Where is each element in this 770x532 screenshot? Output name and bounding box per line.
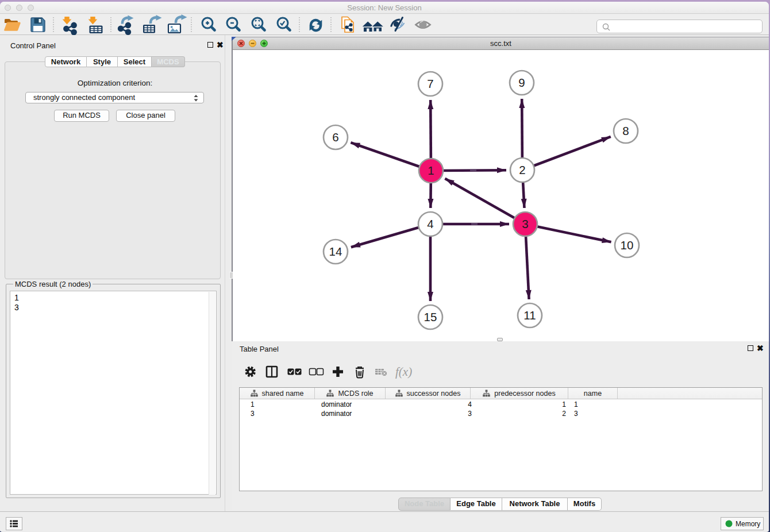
svg-text:f(x): f(x): [395, 365, 412, 379]
svg-text:15: 15: [424, 310, 437, 323]
svg-text:11: 11: [523, 309, 536, 322]
svg-text:8: 8: [622, 124, 629, 137]
svg-text:14: 14: [329, 245, 342, 258]
svg-text:6: 6: [332, 130, 338, 144]
svg-text:2: 2: [519, 163, 525, 176]
svg-text:7: 7: [427, 77, 433, 90]
svg-text:10: 10: [621, 238, 634, 252]
svg-text:3: 3: [522, 217, 528, 230]
svg-text:9: 9: [518, 76, 525, 89]
svg-text:4: 4: [427, 217, 433, 230]
svg-text:1: 1: [428, 164, 434, 177]
